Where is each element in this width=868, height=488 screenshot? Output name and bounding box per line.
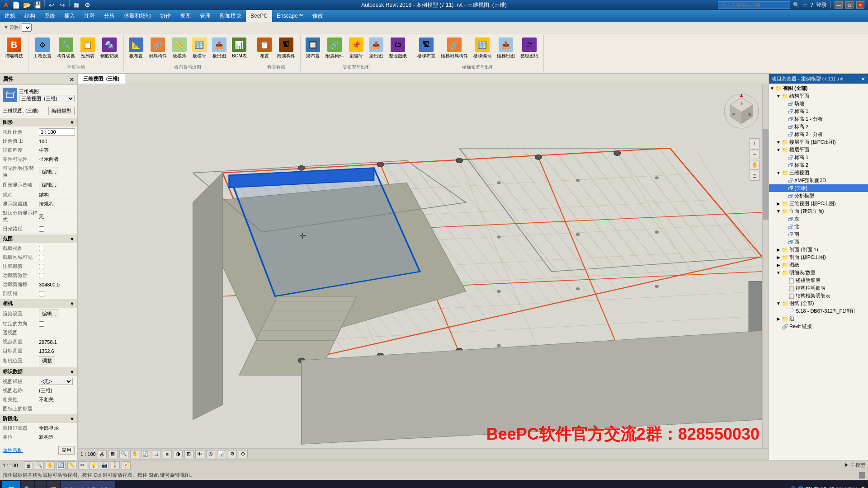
tree-item-section1[interactable]: ▶ 📁 剖面 (剖面 1) xyxy=(769,246,868,253)
undo-button[interactable]: ↩ xyxy=(47,0,57,10)
taskbar-explorer-btn[interactable]: 📁 xyxy=(47,481,60,488)
slab-attached-btn[interactable]: 🔗 附属构件 xyxy=(146,36,169,61)
view-template-select[interactable]: <无> xyxy=(39,378,73,385)
tree-item-south[interactable]: 🗗 南 xyxy=(769,230,868,238)
component-switch-btn[interactable]: 🔧 构件切换 xyxy=(55,36,77,61)
tree-item-col-sched[interactable]: 📋 结构柱明细表 xyxy=(769,284,868,292)
tree-item-level1[interactable]: 🗗 标高 1 xyxy=(769,108,868,115)
nav-cube[interactable]: 上 左 右 xyxy=(723,93,760,129)
tab-annotate[interactable]: 注释 xyxy=(80,10,99,22)
tree-item-slab-sched[interactable]: 📋 楼板明细表 xyxy=(769,277,868,284)
render-icon-btn[interactable]: 💡 xyxy=(89,461,98,469)
pre-list-btn[interactable]: 📋 预列表 xyxy=(78,36,97,61)
tree-item-groups[interactable]: ▶ 📁 组 xyxy=(769,315,868,323)
tab-addins[interactable]: 附加模块 xyxy=(215,10,246,22)
tab-systems[interactable]: 系统 xyxy=(40,10,60,22)
zoom-icon-btn[interactable]: 🔍 xyxy=(35,461,44,469)
camera-icon-btn[interactable]: 📷 xyxy=(100,461,109,469)
scale-input[interactable] xyxy=(39,128,75,136)
tree-item-floor-pc[interactable]: ▼ 📁 楼层平面 (板PC出图) xyxy=(769,138,868,146)
tree-item-revit-link[interactable]: 🔗 Revit 链接 xyxy=(769,323,868,330)
tree-item-level2-analysis[interactable]: 🗗 标高 2 - 分析 xyxy=(769,131,868,138)
tree-item-north[interactable]: 🗗 北 xyxy=(769,223,868,230)
project-browser-close-icon[interactable]: ✕ xyxy=(861,76,865,82)
tab-collaborate[interactable]: 协作 xyxy=(156,10,175,22)
tab-massing[interactable]: 体量和场地 xyxy=(119,10,156,22)
hide-unreferenced-btn[interactable]: 👁 xyxy=(195,450,204,458)
tree-item-analysis-model[interactable]: 🗗 分析模型 xyxy=(769,192,868,200)
tray-icon2[interactable]: 🌐 xyxy=(797,486,804,488)
stair-num-btn[interactable]: 🔢 楼梯编号 xyxy=(471,36,494,61)
id-data-section-header[interactable]: 标识数据 ▼ xyxy=(0,367,77,376)
tree-item-fp-level1[interactable]: 🗗 标高 1 xyxy=(769,154,868,161)
tree-item-struct-plan[interactable]: ▼ 📁 结构平面 xyxy=(769,92,868,100)
thin-lines-btn[interactable]: ≡ xyxy=(163,450,172,458)
stair-layout-btn[interactable]: 🏗 楼梯布置 xyxy=(415,36,438,61)
beam-num-btn[interactable]: 📌 梁编号 xyxy=(347,36,366,61)
tree-item-3d-pc[interactable]: ▶ 📁 三维视图 (板PC出图) xyxy=(769,200,868,207)
zoom-out-btn[interactable]: − xyxy=(750,149,760,159)
pan-tool-btn[interactable]: ✋ xyxy=(130,450,139,458)
solar-checkbox[interactable] xyxy=(39,226,44,232)
tree-item-3d-views[interactable]: ▼ 📁 三维视图 xyxy=(769,169,868,177)
properties-help-link[interactable]: 属性帮助 xyxy=(3,447,23,454)
stair-organize-btn[interactable]: 🗂 整理图纸 xyxy=(518,36,541,61)
nav-icon-btn[interactable]: 🧭 xyxy=(122,461,131,469)
tree-item-level1-analysis[interactable]: 🗗 标高 1 - 分析 xyxy=(769,115,868,123)
vertical-scrollbar[interactable] xyxy=(762,84,769,459)
layout-btn[interactable]: 📋 布置 xyxy=(255,36,274,61)
slab-layout-btn[interactable]: 📐 板布置 xyxy=(127,36,146,61)
save-button[interactable]: 💾 xyxy=(33,0,42,10)
walk-icon-btn[interactable]: 🚶 xyxy=(111,461,120,469)
camera-section-header[interactable]: 相机 ▼ xyxy=(0,299,77,308)
attached-component-btn[interactable]: 🏗 附属构件 xyxy=(275,36,297,61)
ribbon-view-select[interactable] xyxy=(22,23,32,32)
annotation-clip-checkbox[interactable] xyxy=(39,264,44,269)
slab-mold-angle-btn[interactable]: 📏 板模角 xyxy=(170,36,189,61)
keyboard-icon[interactable]: EN 英 xyxy=(806,486,819,488)
orbit-icon-btn[interactable]: 🔄 xyxy=(57,461,66,469)
beam-output-btn[interactable]: 📤 梁出图 xyxy=(367,36,386,61)
zoom-select-btn[interactable]: 🔍 xyxy=(119,450,128,458)
section-box-checkbox[interactable] xyxy=(39,291,44,296)
search-input[interactable] xyxy=(718,1,790,9)
far-clip-checkbox[interactable] xyxy=(39,273,44,278)
print-setup-btn[interactable]: 🖨 xyxy=(98,450,107,458)
tab-manage[interactable]: 管理 xyxy=(195,10,215,22)
taskbar-cortana-btn[interactable]: ○ xyxy=(35,481,46,488)
print-icon-btn[interactable]: 🖨 xyxy=(24,461,33,469)
tree-item-site[interactable]: 🗗 场地 xyxy=(769,100,868,108)
tree-item-3d-current[interactable]: 🗗 {三维} xyxy=(769,184,868,192)
steering-wheels-btn[interactable]: ⊕ xyxy=(239,450,248,458)
pan-icon-btn[interactable]: ✋ xyxy=(46,461,55,469)
tab-analyze[interactable]: 分析 xyxy=(99,10,119,22)
taskbar-revit-btn[interactable]: R Autodesk Revit 2... xyxy=(61,481,115,488)
visibility-edit-button[interactable]: 编辑... xyxy=(39,168,59,176)
render-region-btn[interactable]: □ xyxy=(152,450,161,458)
zoom-in-btn[interactable]: + xyxy=(750,138,760,148)
tree-item-schedules[interactable]: ▼ 📁 明细表/数量 xyxy=(769,269,868,277)
shadows-btn[interactable]: ◑ xyxy=(174,450,183,458)
tree-item-floor-plan[interactable]: ▼ 📁 楼层平面 xyxy=(769,146,868,154)
tree-item-detail[interactable]: 📄 S.18 - DB67-3127i_F1详图 xyxy=(769,307,868,315)
analysis-display-btn[interactable]: 📊 xyxy=(217,450,226,458)
login-label[interactable]: 登录 xyxy=(816,1,827,9)
tree-item-level2[interactable]: 🗗 标高 2 xyxy=(769,123,868,131)
tab-enscape[interactable]: Enscape™ xyxy=(272,10,308,22)
nav-wheel-btn[interactable]: ⚙ xyxy=(228,450,237,458)
settings-icon[interactable]: ⚙ xyxy=(82,0,92,10)
zoom-extents-btn[interactable]: ⊡ xyxy=(750,171,760,181)
display-edit-button[interactable]: 编辑... xyxy=(39,181,59,189)
tab-beepc[interactable]: BeePC xyxy=(246,10,272,22)
crop-region-btn[interactable]: ⊞ xyxy=(184,450,193,458)
tab-view[interactable]: 视图 xyxy=(175,10,195,22)
view-canvas[interactable]: 上 左 右 ✛ + − ✋ ⊡ xyxy=(78,84,769,459)
close-button[interactable]: ✕ xyxy=(856,1,864,9)
viewport[interactable]: 三维视图: (三维) xyxy=(78,74,769,460)
tray-icon1[interactable]: 🔊 xyxy=(789,486,796,488)
lock-orient-checkbox[interactable] xyxy=(39,321,44,327)
new-button[interactable]: 📄 xyxy=(11,0,21,10)
open-button[interactable]: 📂 xyxy=(22,0,32,10)
engineering-settings-btn[interactable]: ⚙ 工程设置 xyxy=(31,36,54,61)
redo-button[interactable]: ↪ xyxy=(57,0,67,10)
